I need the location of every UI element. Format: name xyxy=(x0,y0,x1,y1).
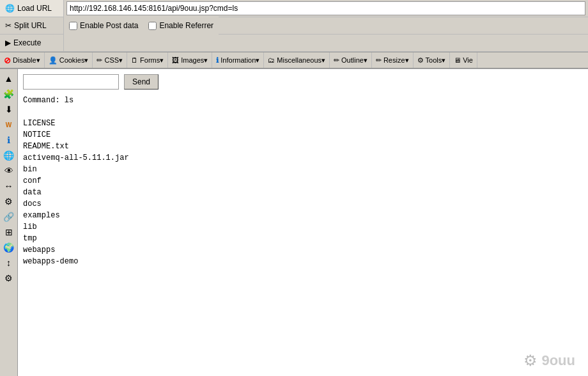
cookies-icon: 👤 xyxy=(49,56,58,65)
split-url-label: Split URL xyxy=(14,21,47,30)
send-row: Send xyxy=(23,74,583,90)
tools-icon: ⚙ xyxy=(417,56,424,65)
send-input[interactable] xyxy=(23,74,119,90)
sidebar-icon-1[interactable]: ▲ xyxy=(2,72,16,86)
sidebar-icon-10[interactable]: 🔗 xyxy=(2,210,16,224)
toolbar-cookies[interactable]: 👤 Cookies▾ xyxy=(45,52,93,68)
watermark: ⚙ 9ouu xyxy=(523,352,575,370)
top-toolbar: 🌐 Load URL ✂ Split URL Enable Post data … xyxy=(0,0,588,52)
load-url-row: 🌐 Load URL xyxy=(0,0,588,17)
content-area: Send Command: ls LICENSE NOTICE README.t… xyxy=(18,69,588,376)
watermark-text: 9ouu xyxy=(541,352,575,369)
checkbox-row: Enable Post data Enable Referrer xyxy=(64,17,219,35)
split-url-row: ✂ Split URL Enable Post data Enable Refe… xyxy=(0,17,588,35)
split-url-icon: ✂ xyxy=(5,21,12,30)
outline-icon: ✏ xyxy=(334,56,339,65)
load-url-icon: 🌐 xyxy=(5,4,15,13)
toolbar-information[interactable]: ℹ Information▾ xyxy=(212,52,264,68)
sidebar-icon-6[interactable]: 🌐 xyxy=(2,148,16,162)
execute-label: Execute xyxy=(13,38,41,47)
load-url-label: Load URL xyxy=(17,4,52,13)
toolbar-forms[interactable]: 🗒 Forms▾ xyxy=(127,52,168,68)
sidebar-icon-4[interactable]: W xyxy=(2,118,16,132)
web-developer-toolbar: ⊘ Disable▾ 👤 Cookies▾ ✏ CSS▾ 🗒 Forms▾ 🖼 … xyxy=(0,52,588,69)
toolbar-css[interactable]: ✏ CSS▾ xyxy=(93,52,127,68)
sidebar-icon-12[interactable]: 🌍 xyxy=(2,240,16,255)
send-button[interactable]: Send xyxy=(124,74,159,90)
output-text: Command: ls LICENSE NOTICE README.txt ac… xyxy=(23,95,583,267)
sidebar-icon-11[interactable]: ⊞ xyxy=(2,225,16,239)
enable-referrer-label[interactable]: Enable Referrer xyxy=(148,21,213,30)
sidebar-icon-9[interactable]: ⚙ xyxy=(2,194,16,208)
load-url-button[interactable]: 🌐 Load URL xyxy=(0,0,64,17)
disable-icon: ⊘ xyxy=(4,56,11,65)
left-sidebar: ▲ 🧩 ⬇ W ℹ 🌐 👁 ↔ ⚙ 🔗 ⊞ 🌍 ↕ ⚙ xyxy=(0,69,18,376)
toolbar-tools[interactable]: ⚙ Tools▾ xyxy=(414,52,451,68)
toolbar-images[interactable]: 🖼 Images▾ xyxy=(168,52,212,68)
toolbar-view[interactable]: 🖥 Vie xyxy=(450,52,477,68)
toolbar-disable[interactable]: ⊘ Disable▾ xyxy=(0,52,45,68)
toolbar-outline[interactable]: ✏ Outline▾ xyxy=(330,52,372,68)
miscellaneous-icon: 🗂 xyxy=(268,56,275,64)
execute-row: ▶ Execute xyxy=(0,35,588,52)
forms-icon: 🗒 xyxy=(131,56,138,64)
enable-referrer-checkbox[interactable] xyxy=(148,22,157,30)
watermark-icon: ⚙ xyxy=(523,352,538,370)
toolbar-resize[interactable]: ✏ Resize▾ xyxy=(372,52,414,68)
sidebar-icon-5[interactable]: ℹ xyxy=(2,133,16,147)
sidebar-icon-14[interactable]: ⚙ xyxy=(2,271,16,285)
information-icon: ℹ xyxy=(216,56,219,65)
main-area: ▲ 🧩 ⬇ W ℹ 🌐 👁 ↔ ⚙ 🔗 ⊞ 🌍 ↕ ⚙ Send Command… xyxy=(0,69,588,376)
execute-icon: ▶ xyxy=(5,38,11,47)
enable-post-data-label[interactable]: Enable Post data xyxy=(69,21,138,30)
css-icon: ✏ xyxy=(97,56,102,65)
images-icon: 🖼 xyxy=(172,56,179,64)
sidebar-icon-2[interactable]: 🧩 xyxy=(2,87,16,101)
execute-button[interactable]: ▶ Execute xyxy=(0,35,64,51)
url-input[interactable] xyxy=(66,1,585,15)
sidebar-icon-13[interactable]: ↕ xyxy=(2,256,16,270)
sidebar-icon-8[interactable]: ↔ xyxy=(2,179,16,193)
resize-icon: ✏ xyxy=(376,56,382,65)
view-icon: 🖥 xyxy=(454,56,461,64)
sidebar-icon-3[interactable]: ⬇ xyxy=(2,102,16,116)
enable-post-data-checkbox[interactable] xyxy=(69,22,77,30)
toolbar-miscellaneous[interactable]: 🗂 Miscellaneous▾ xyxy=(264,52,330,68)
split-url-button[interactable]: ✂ Split URL xyxy=(0,17,64,34)
sidebar-icon-7[interactable]: 👁 xyxy=(2,164,16,178)
